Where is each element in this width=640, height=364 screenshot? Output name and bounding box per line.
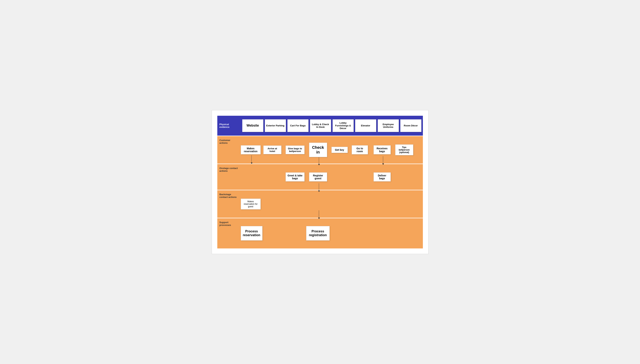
arrow-makes-reservation bbox=[251, 155, 253, 164]
service-blueprint-diagram: Physical evidence Website Exterior Parki… bbox=[212, 110, 428, 254]
go-to-room-card: Go to room bbox=[352, 145, 368, 154]
evidence-card-website: Website bbox=[242, 119, 263, 132]
physical-evidence-row: Physical evidence Website Exterior Parki… bbox=[217, 116, 423, 136]
arrive-at-hotel-card: Arrive at hotel bbox=[263, 146, 281, 154]
onstage-row: Onstage contact actions Greet & take bag… bbox=[217, 164, 423, 190]
evidence-card-lobby-check-in: Lobby & Check In Desk bbox=[310, 119, 331, 132]
process-reservation-card: Process reservation bbox=[241, 226, 262, 240]
customer-actions-label: Customer actions bbox=[217, 136, 241, 164]
evidence-card-elevator: Elevator bbox=[355, 119, 376, 132]
evidence-card-lobby-furnishings: Lobby Furnishings & Décor bbox=[333, 119, 354, 132]
tips-bellperson-card: Tips bellperson (optional) bbox=[395, 144, 413, 155]
support-row: Support processes Process reservation Pr… bbox=[217, 218, 423, 248]
arrow-receives-bags bbox=[382, 156, 384, 165]
onstage-label: Onstage contact actions bbox=[217, 164, 241, 190]
evidence-card-exterior-parking: Exterior Parking bbox=[265, 119, 286, 132]
backstage-content: Makes reservation for guest bbox=[241, 190, 423, 218]
makes-reservation-card: Makes reservation bbox=[241, 145, 261, 154]
physical-evidence-label: Physical evidence bbox=[217, 116, 241, 136]
onstage-content: Greet & take bags Register guest Deliver… bbox=[241, 164, 423, 190]
evidence-card-cart-for-bags: Cart For Bags bbox=[287, 119, 309, 132]
register-guest-card: Register guest bbox=[309, 172, 327, 182]
arrow-backstage-support bbox=[318, 210, 320, 219]
support-content: Process reservation Process registration bbox=[241, 218, 423, 248]
deliver-bags-card: Deliver bags bbox=[374, 172, 391, 182]
evidence-cards-container: Website Exterior Parking Cart For Bags L… bbox=[241, 116, 423, 136]
makes-reservation-guest-card: Makes reservation for guest bbox=[241, 198, 261, 210]
customer-actions-row: Customer actions Makes reservation Arriv… bbox=[217, 136, 423, 164]
backstage-row: Backstage contact actions Makes reservat… bbox=[217, 190, 423, 218]
receives-bags-card: Receives bags bbox=[374, 145, 391, 154]
process-registration-card: Process registration bbox=[306, 226, 330, 240]
support-label: Support processes bbox=[217, 218, 241, 248]
check-in-card: Check in bbox=[309, 143, 327, 157]
get-key-card: Get key bbox=[331, 147, 348, 153]
backstage-label: Backstage contact actions bbox=[217, 190, 241, 218]
evidence-card-room-decor: Room Décor bbox=[400, 119, 421, 132]
evidence-card-employee-uniforms: Employee Uniforms bbox=[378, 119, 399, 132]
greet-take-bags-card: Greet & take bags bbox=[286, 172, 305, 182]
customer-actions-content: Makes reservation Arrive at hotel Give b… bbox=[241, 136, 423, 164]
give-bags-card: Give bags to bellperson bbox=[286, 146, 305, 154]
